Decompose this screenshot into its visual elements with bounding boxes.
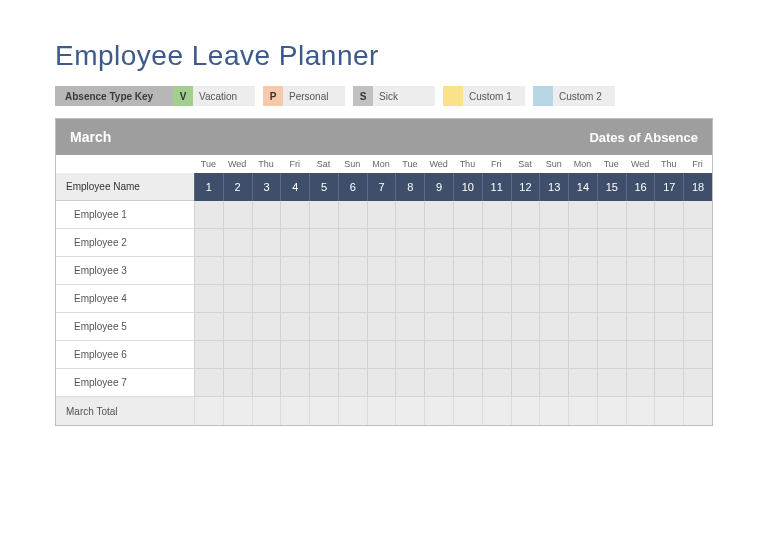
absence-cell-r7-d6[interactable] bbox=[338, 369, 367, 397]
absence-cell-r1-d13[interactable] bbox=[539, 201, 568, 229]
absence-cell-r6-d14[interactable] bbox=[568, 341, 597, 369]
absence-cell-r1-d5[interactable] bbox=[309, 201, 338, 229]
absence-cell-r7-d16[interactable] bbox=[626, 369, 655, 397]
absence-cell-r7-d3[interactable] bbox=[252, 369, 281, 397]
absence-cell-r5-d10[interactable] bbox=[453, 313, 482, 341]
absence-cell-r4-d9[interactable] bbox=[424, 285, 453, 313]
absence-cell-r2-d12[interactable] bbox=[511, 229, 540, 257]
absence-cell-r2-d17[interactable] bbox=[654, 229, 683, 257]
absence-cell-r5-d4[interactable] bbox=[280, 313, 309, 341]
absence-cell-r3-d14[interactable] bbox=[568, 257, 597, 285]
absence-cell-r1-d2[interactable] bbox=[223, 201, 252, 229]
absence-cell-r4-d18[interactable] bbox=[683, 285, 712, 313]
absence-cell-r4-d3[interactable] bbox=[252, 285, 281, 313]
absence-cell-r1-d9[interactable] bbox=[424, 201, 453, 229]
absence-cell-r1-d3[interactable] bbox=[252, 201, 281, 229]
absence-cell-r2-d10[interactable] bbox=[453, 229, 482, 257]
absence-cell-r3-d7[interactable] bbox=[367, 257, 396, 285]
absence-cell-r5-d14[interactable] bbox=[568, 313, 597, 341]
absence-cell-r5-d1[interactable] bbox=[194, 313, 223, 341]
absence-cell-r5-d12[interactable] bbox=[511, 313, 540, 341]
absence-cell-r2-d11[interactable] bbox=[482, 229, 511, 257]
absence-cell-r2-d3[interactable] bbox=[252, 229, 281, 257]
absence-cell-r4-d2[interactable] bbox=[223, 285, 252, 313]
absence-cell-r6-d11[interactable] bbox=[482, 341, 511, 369]
absence-cell-r2-d1[interactable] bbox=[194, 229, 223, 257]
absence-cell-r1-d16[interactable] bbox=[626, 201, 655, 229]
absence-cell-r1-d12[interactable] bbox=[511, 201, 540, 229]
absence-cell-r5-d7[interactable] bbox=[367, 313, 396, 341]
absence-cell-r4-d6[interactable] bbox=[338, 285, 367, 313]
absence-cell-r7-d1[interactable] bbox=[194, 369, 223, 397]
absence-cell-r1-d6[interactable] bbox=[338, 201, 367, 229]
absence-cell-r7-d13[interactable] bbox=[539, 369, 568, 397]
absence-cell-r3-d17[interactable] bbox=[654, 257, 683, 285]
absence-cell-r2-d6[interactable] bbox=[338, 229, 367, 257]
absence-cell-r7-d5[interactable] bbox=[309, 369, 338, 397]
absence-cell-r1-d15[interactable] bbox=[597, 201, 626, 229]
absence-cell-r6-d5[interactable] bbox=[309, 341, 338, 369]
absence-cell-r3-d12[interactable] bbox=[511, 257, 540, 285]
absence-cell-r5-d5[interactable] bbox=[309, 313, 338, 341]
absence-cell-r1-d7[interactable] bbox=[367, 201, 396, 229]
absence-cell-r4-d1[interactable] bbox=[194, 285, 223, 313]
absence-cell-r6-d4[interactable] bbox=[280, 341, 309, 369]
absence-cell-r6-d12[interactable] bbox=[511, 341, 540, 369]
absence-cell-r5-d16[interactable] bbox=[626, 313, 655, 341]
absence-cell-r4-d11[interactable] bbox=[482, 285, 511, 313]
absence-cell-r2-d9[interactable] bbox=[424, 229, 453, 257]
absence-cell-r6-d10[interactable] bbox=[453, 341, 482, 369]
absence-cell-r3-d4[interactable] bbox=[280, 257, 309, 285]
absence-cell-r5-d3[interactable] bbox=[252, 313, 281, 341]
absence-cell-r3-d16[interactable] bbox=[626, 257, 655, 285]
absence-cell-r7-d14[interactable] bbox=[568, 369, 597, 397]
absence-cell-r3-d10[interactable] bbox=[453, 257, 482, 285]
absence-cell-r1-d1[interactable] bbox=[194, 201, 223, 229]
absence-cell-r2-d15[interactable] bbox=[597, 229, 626, 257]
absence-cell-r2-d13[interactable] bbox=[539, 229, 568, 257]
absence-cell-r7-d11[interactable] bbox=[482, 369, 511, 397]
absence-cell-r4-d15[interactable] bbox=[597, 285, 626, 313]
absence-cell-r6-d7[interactable] bbox=[367, 341, 396, 369]
absence-cell-r4-d12[interactable] bbox=[511, 285, 540, 313]
absence-cell-r4-d14[interactable] bbox=[568, 285, 597, 313]
absence-cell-r4-d17[interactable] bbox=[654, 285, 683, 313]
absence-cell-r4-d4[interactable] bbox=[280, 285, 309, 313]
absence-cell-r2-d5[interactable] bbox=[309, 229, 338, 257]
absence-cell-r7-d7[interactable] bbox=[367, 369, 396, 397]
absence-cell-r4-d16[interactable] bbox=[626, 285, 655, 313]
absence-cell-r2-d16[interactable] bbox=[626, 229, 655, 257]
absence-cell-r1-d4[interactable] bbox=[280, 201, 309, 229]
absence-cell-r7-d8[interactable] bbox=[395, 369, 424, 397]
absence-cell-r7-d9[interactable] bbox=[424, 369, 453, 397]
absence-cell-r5-d8[interactable] bbox=[395, 313, 424, 341]
absence-cell-r5-d13[interactable] bbox=[539, 313, 568, 341]
absence-cell-r3-d1[interactable] bbox=[194, 257, 223, 285]
absence-cell-r7-d10[interactable] bbox=[453, 369, 482, 397]
absence-cell-r6-d9[interactable] bbox=[424, 341, 453, 369]
absence-cell-r5-d11[interactable] bbox=[482, 313, 511, 341]
absence-cell-r4-d10[interactable] bbox=[453, 285, 482, 313]
absence-cell-r6-d15[interactable] bbox=[597, 341, 626, 369]
absence-cell-r3-d3[interactable] bbox=[252, 257, 281, 285]
absence-cell-r3-d15[interactable] bbox=[597, 257, 626, 285]
absence-cell-r1-d17[interactable] bbox=[654, 201, 683, 229]
absence-cell-r6-d13[interactable] bbox=[539, 341, 568, 369]
absence-cell-r7-d15[interactable] bbox=[597, 369, 626, 397]
absence-cell-r3-d9[interactable] bbox=[424, 257, 453, 285]
absence-cell-r7-d2[interactable] bbox=[223, 369, 252, 397]
absence-cell-r3-d6[interactable] bbox=[338, 257, 367, 285]
absence-cell-r3-d11[interactable] bbox=[482, 257, 511, 285]
absence-cell-r6-d16[interactable] bbox=[626, 341, 655, 369]
absence-cell-r2-d8[interactable] bbox=[395, 229, 424, 257]
absence-cell-r4-d7[interactable] bbox=[367, 285, 396, 313]
absence-cell-r4-d8[interactable] bbox=[395, 285, 424, 313]
absence-cell-r4-d5[interactable] bbox=[309, 285, 338, 313]
absence-cell-r6-d2[interactable] bbox=[223, 341, 252, 369]
absence-cell-r7-d17[interactable] bbox=[654, 369, 683, 397]
absence-cell-r1-d10[interactable] bbox=[453, 201, 482, 229]
absence-cell-r2-d7[interactable] bbox=[367, 229, 396, 257]
absence-cell-r5-d15[interactable] bbox=[597, 313, 626, 341]
absence-cell-r2-d18[interactable] bbox=[683, 229, 712, 257]
absence-cell-r6-d3[interactable] bbox=[252, 341, 281, 369]
